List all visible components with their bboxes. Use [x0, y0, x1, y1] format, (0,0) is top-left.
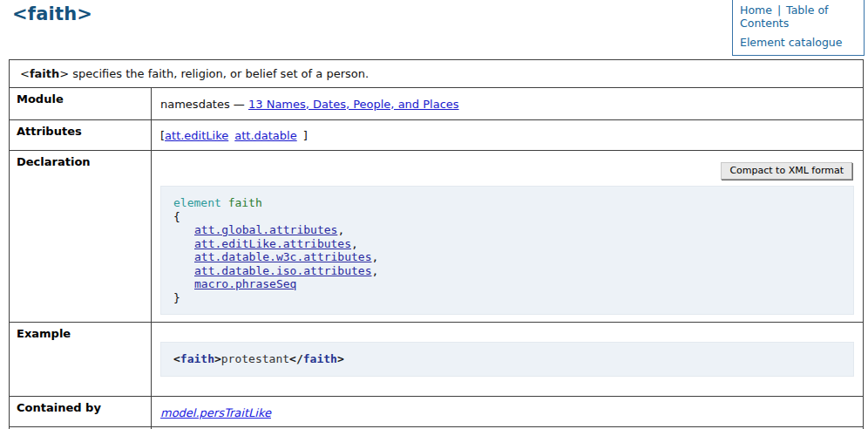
module-label: Module: [10, 88, 152, 120]
member-suffix: ,: [351, 237, 358, 250]
declaration-link-macro-phraseseq[interactable]: macro.phraseSeq: [194, 277, 296, 290]
module-row: Module namesdates — 13 Names, Dates, Peo…: [10, 88, 864, 120]
code-member-line: att.editLike.attributes,: [173, 237, 841, 251]
desc-tag-open: <: [20, 67, 30, 80]
contained-by-row: Contained by model.persTraitLike: [10, 396, 864, 426]
example-code-block: <faith>protestant</faith>: [160, 342, 854, 377]
module-name: namesdates —: [160, 98, 245, 111]
example-close-tag-name: faith: [303, 352, 337, 365]
attributes-bracket-close: ]: [303, 129, 308, 142]
example-open-lt: <: [173, 352, 180, 365]
site-nav-box: Home | Table of Contents Element catalog…: [732, 0, 865, 56]
contained-by-label: Contained by: [10, 396, 152, 426]
declaration-row: Declaration Compact to XML format elemen…: [10, 151, 864, 323]
nav-link-element-catalogue[interactable]: Element catalogue: [740, 36, 843, 49]
member-suffix: ,: [372, 264, 379, 277]
declaration-code-block: element faith { att.global.attributes, a…: [160, 186, 854, 315]
element-description: <faith> specifies the faith, religion, o…: [10, 60, 864, 88]
module-chapter-link[interactable]: 13 Names, Dates, People, and Places: [248, 98, 459, 111]
example-close-gt: >: [337, 352, 344, 365]
code-line-element: element faith: [173, 196, 841, 210]
member-suffix: ,: [337, 223, 344, 236]
example-tag-name: faith: [180, 352, 214, 365]
declaration-value: Compact to XML format element faith { at…: [152, 151, 864, 323]
module-value: namesdates — 13 Names, Dates, People, an…: [152, 88, 864, 120]
declaration-link-att-datable-w3c[interactable]: att.datable.w3c.attributes: [194, 250, 372, 263]
code-member-line: att.datable.w3c.attributes,: [173, 250, 841, 264]
code-line-brace-close: }: [173, 291, 841, 305]
member-suffix: ,: [372, 250, 379, 263]
contained-by-value: model.persTraitLike: [152, 396, 864, 426]
declaration-link-att-editlike[interactable]: att.editLike.attributes: [194, 237, 351, 250]
example-close-lt: </: [289, 352, 303, 365]
code-member-line: macro.phraseSeq: [173, 277, 841, 291]
page-header: <faith> Home | Table of Contents Element…: [0, 0, 868, 59]
declaration-toolbar: Compact to XML format: [160, 162, 852, 180]
element-spec-table: <faith> specifies the faith, religion, o…: [9, 59, 864, 429]
contained-by-link-model-perstraitlike[interactable]: model.persTraitLike: [160, 406, 271, 419]
declaration-label: Declaration: [10, 151, 152, 323]
attributes-row: Attributes [att.editLikeatt.datable]: [10, 120, 864, 151]
example-value: <faith>protestant</faith>: [152, 323, 864, 397]
declaration-link-att-datable-iso[interactable]: att.datable.iso.attributes: [194, 264, 372, 277]
desc-tag-close: >: [59, 67, 69, 80]
nav-line-secondary: Element catalogue: [740, 37, 857, 50]
page-title: <faith>: [12, 3, 92, 24]
code-member-line: att.datable.iso.attributes,: [173, 264, 841, 278]
compact-to-xml-button[interactable]: Compact to XML format: [721, 162, 852, 180]
nav-line-primary: Home | Table of Contents: [740, 4, 857, 31]
rnc-element-name: faith: [228, 196, 262, 209]
attributes-label: Attributes: [10, 120, 152, 151]
description-row: <faith> specifies the faith, religion, o…: [10, 60, 864, 88]
attributes-value: [att.editLikeatt.datable]: [152, 120, 864, 151]
desc-text: specifies the faith, religion, or belief…: [69, 67, 369, 80]
attribute-class-link-editlike[interactable]: att.editLike: [165, 129, 228, 142]
example-label: Example: [10, 323, 152, 397]
code-line-brace-open: {: [173, 210, 841, 224]
example-content: protestant: [221, 352, 289, 365]
declaration-link-att-global[interactable]: att.global.attributes: [194, 223, 337, 236]
code-member-line: att.global.attributes,: [173, 223, 841, 237]
rnc-keyword: element: [173, 196, 221, 209]
attribute-class-link-datable[interactable]: att.datable: [234, 129, 296, 142]
example-row: Example <faith>protestant</faith>: [10, 323, 864, 397]
example-open-gt: >: [214, 352, 221, 365]
desc-tag-name: faith: [30, 67, 59, 80]
nav-link-home[interactable]: Home: [740, 3, 772, 17]
nav-separator: |: [776, 3, 783, 17]
